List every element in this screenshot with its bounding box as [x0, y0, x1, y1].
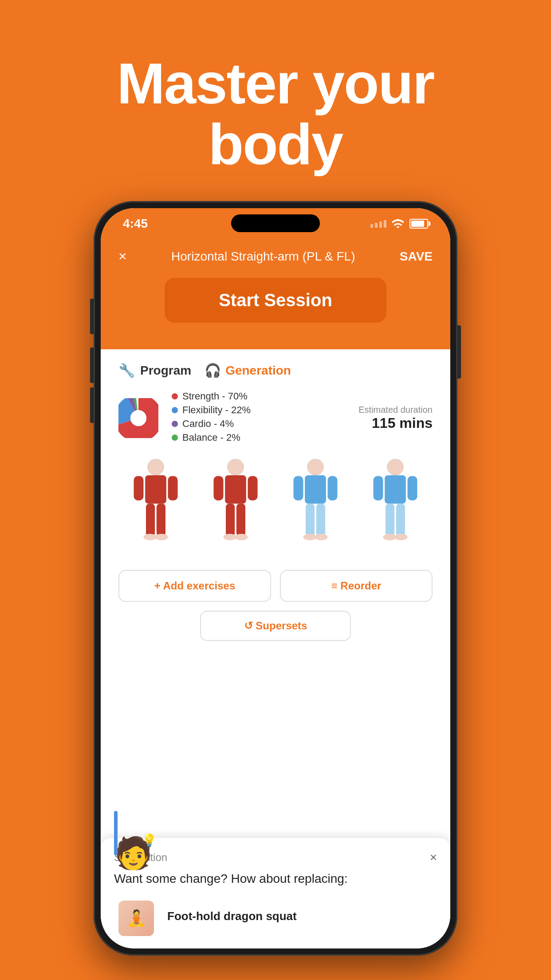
duration-label: Estimated duration: [358, 405, 433, 415]
exercise-name: Foot-hold dragon squat: [167, 909, 297, 923]
svg-rect-17: [226, 504, 235, 536]
program-icon: 🔧: [118, 363, 135, 378]
svg-point-35: [383, 534, 396, 541]
legend-balance: Balance - 2%: [172, 432, 345, 443]
reorder-button[interactable]: ≡ Reorder: [280, 570, 433, 602]
svg-rect-15: [214, 476, 224, 501]
save-button[interactable]: SAVE: [400, 249, 433, 264]
battery-icon: [409, 219, 428, 229]
generation-icon: 🎧: [205, 363, 221, 378]
svg-rect-32: [408, 476, 417, 501]
svg-point-19: [224, 534, 236, 541]
legend-flexibility: Flexibility - 22%: [172, 404, 345, 416]
svg-point-29: [387, 459, 404, 475]
duration-value: 115 mins: [358, 415, 433, 431]
svg-rect-16: [248, 476, 258, 501]
stats-row: Strength - 70% Flexibility - 22% Cardio …: [118, 391, 433, 446]
add-exercises-button[interactable]: + Add exercises: [118, 570, 271, 602]
flexibility-label: Flexibility - 22%: [182, 404, 251, 416]
tab-generation[interactable]: 🎧 Generation: [205, 363, 291, 378]
dynamic-island: [231, 214, 320, 232]
svg-rect-10: [157, 504, 165, 536]
status-bar: 4:45: [101, 208, 450, 239]
close-button[interactable]: ×: [118, 248, 127, 265]
program-label: Program: [140, 364, 191, 378]
hero-text: Master your body: [82, 53, 470, 174]
svg-point-4: [130, 410, 146, 426]
start-session-button[interactable]: Start Session: [165, 278, 386, 323]
suggestion-label-text: Suggestion: [114, 851, 167, 864]
cardio-label: Cardio - 4%: [182, 418, 234, 430]
svg-rect-6: [145, 475, 166, 504]
strength-label: Strength - 70%: [182, 391, 248, 402]
action-buttons: + Add exercises ≡ Reorder: [118, 570, 433, 602]
add-exercises-label: + Add exercises: [154, 580, 236, 592]
phone-wrapper: 4:45 × Horizontal Straight-arm (PL & FL): [94, 201, 457, 956]
legend-cardio: Cardio - 4%: [172, 418, 345, 430]
hero-line2: body: [209, 112, 343, 177]
stats-legend: Strength - 70% Flexibility - 22% Cardio …: [172, 391, 345, 446]
tab-program[interactable]: 🔧 Program: [118, 363, 191, 378]
exercise-illustration: 🧘: [114, 896, 158, 936]
balance-label: Balance - 2%: [182, 432, 240, 443]
svg-point-28: [315, 534, 327, 541]
svg-rect-33: [386, 504, 394, 536]
body-back-red: [200, 459, 271, 557]
svg-point-5: [148, 459, 164, 475]
svg-point-20: [235, 534, 248, 541]
svg-rect-9: [146, 504, 155, 536]
generation-label: Generation: [225, 364, 291, 378]
program-tabs: 🔧 Program 🎧 Generation: [118, 363, 433, 378]
suggestion-close-button[interactable]: ×: [430, 850, 437, 865]
hero-section: Master your body: [46, 27, 505, 174]
content-area: 🔧 Program 🎧 Generation: [101, 349, 450, 665]
svg-point-11: [144, 534, 157, 541]
suggestion-body-text: Want some change? How about replacing:: [114, 870, 437, 887]
exercise-thumbnail: 🧘: [118, 901, 154, 936]
reorder-label: ≡ Reorder: [331, 580, 382, 592]
app-header: × Horizontal Straight-arm (PL & FL) SAVE: [101, 239, 450, 278]
suggestion-card: Suggestion × Want some change? How about…: [101, 838, 450, 948]
svg-rect-22: [305, 475, 326, 504]
supersets-label: ↺ Supersets: [244, 620, 307, 632]
pie-chart: [118, 398, 158, 438]
svg-rect-26: [316, 504, 325, 536]
status-time: 4:45: [123, 217, 148, 231]
supersets-button[interactable]: ↺ Supersets: [200, 611, 351, 641]
suggestion-exercise-row: 🧘 Foot-hold dragon squat: [114, 896, 437, 936]
svg-rect-7: [134, 476, 144, 501]
hero-line1: Master your: [117, 51, 434, 116]
body-front-red: [120, 459, 191, 557]
svg-rect-25: [306, 504, 315, 536]
svg-rect-24: [328, 476, 338, 501]
svg-point-13: [228, 459, 244, 475]
wifi-icon: [392, 219, 404, 228]
svg-point-27: [303, 534, 316, 541]
suggestion-header: Suggestion ×: [114, 850, 437, 865]
orange-bg-area: × Horizontal Straight-arm (PL & FL) SAVE…: [101, 239, 450, 349]
body-figures: [118, 459, 433, 557]
duration-box: Estimated duration 115 mins: [358, 405, 433, 431]
svg-point-36: [394, 534, 407, 541]
body-back-blue: [360, 459, 431, 557]
svg-point-21: [307, 459, 324, 475]
body-front-blue: [280, 459, 351, 557]
status-icons: [370, 219, 428, 229]
svg-rect-8: [168, 476, 178, 501]
svg-point-12: [155, 534, 168, 541]
svg-rect-14: [225, 475, 246, 504]
svg-rect-30: [385, 475, 406, 504]
phone-screen: 4:45 × Horizontal Straight-arm (PL & FL): [101, 208, 450, 948]
legend-strength: Strength - 70%: [172, 391, 345, 402]
progress-indicator: [114, 811, 118, 855]
svg-rect-34: [396, 504, 405, 536]
signal-icon: [370, 220, 386, 228]
svg-rect-23: [294, 476, 303, 501]
svg-rect-31: [374, 476, 383, 501]
svg-rect-18: [236, 504, 245, 536]
workout-title: Horizontal Straight-arm (PL & FL): [171, 249, 355, 264]
